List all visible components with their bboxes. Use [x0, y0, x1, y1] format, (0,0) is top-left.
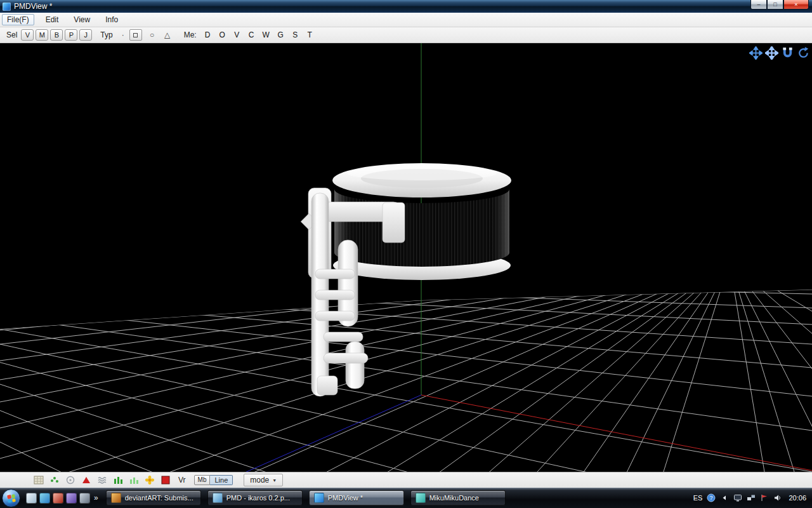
vertex-dots-icon[interactable] — [49, 474, 60, 486]
display-icon[interactable] — [733, 493, 742, 502]
quick-launch-icon-4[interactable] — [66, 493, 77, 504]
magnet-icon[interactable] — [781, 46, 794, 60]
help-icon[interactable]: ? — [707, 493, 716, 502]
typ-label: Typ — [100, 30, 112, 39]
vr-label: Vr — [178, 476, 186, 485]
view-controls — [749, 46, 810, 60]
typ-dot: · — [122, 30, 124, 39]
square-shape-button[interactable] — [129, 29, 142, 41]
sel-button-b[interactable]: B — [50, 29, 63, 41]
network-icon[interactable] — [747, 493, 756, 502]
sel-button-j[interactable]: J — [79, 29, 92, 41]
hidden-icons-chevron[interactable] — [720, 493, 729, 502]
me-button-v[interactable]: V — [230, 30, 244, 39]
flag-icon[interactable] — [760, 493, 769, 502]
me-button-d[interactable]: D — [200, 30, 215, 39]
me-button-g[interactable]: G — [273, 30, 288, 39]
quick-launch-icon-3[interactable] — [53, 493, 63, 504]
menubar: File(F) Edit View Info — [0, 13, 812, 27]
flower-icon[interactable] — [144, 474, 155, 486]
language-indicator[interactable]: ES — [693, 494, 703, 502]
pmd-model[interactable] — [301, 163, 511, 396]
taskbar-task-pmd-editor[interactable]: PMD - ikaros 0.2.p... — [207, 490, 303, 505]
sel-button-p[interactable]: P — [65, 29, 77, 41]
me-button-o[interactable]: O — [215, 30, 230, 39]
quick-launch-icon-2[interactable] — [39, 493, 50, 504]
menu-file[interactable]: File(F) — [2, 14, 34, 25]
pmd-editor-icon — [213, 493, 223, 503]
menu-view[interactable]: View — [67, 14, 97, 25]
move-view-icon[interactable] — [765, 46, 778, 60]
sel-button-m[interactable]: M — [36, 29, 48, 41]
taskbar-task-pmdview[interactable]: PMDView * — [309, 490, 404, 505]
window-controls: – □ × — [750, 0, 809, 10]
svg-text:?: ? — [710, 495, 713, 501]
line-toggle-button[interactable]: Line — [210, 475, 233, 485]
pan-view-icon[interactable] — [749, 46, 763, 60]
deviantart-icon — [111, 493, 121, 503]
red-color-swatch[interactable] — [160, 474, 171, 486]
mb-toggle-button[interactable]: Mb — [194, 475, 211, 485]
triangle-shape-button[interactable]: △ — [161, 30, 174, 39]
grid-icon[interactable] — [33, 474, 44, 486]
bars-icon[interactable] — [112, 474, 124, 486]
mikumikudance-icon — [416, 493, 426, 503]
maximize-button[interactable]: □ — [767, 0, 783, 10]
system-tray: ES ? 20:06 — [693, 493, 812, 502]
windows-logo-icon — [7, 494, 16, 503]
me-button-c[interactable]: C — [244, 30, 259, 39]
start-button[interactable] — [2, 489, 20, 507]
app-icon — [3, 3, 11, 11]
pmdview-icon — [314, 493, 324, 503]
arm-structure — [301, 188, 405, 396]
taskbar-task-deviantart[interactable]: deviantART: Submis... — [106, 490, 201, 505]
chevron-down-icon: ▼ — [272, 478, 277, 483]
quick-launch-overflow-chevron[interactable]: » — [94, 493, 98, 502]
scene-canvas — [0, 43, 812, 472]
z-axis-blue — [244, 395, 421, 472]
titlebar[interactable]: PMDView * – □ × — [0, 0, 812, 13]
wave-icon[interactable] — [96, 474, 108, 486]
pmdview-window: PMDView * – □ × File(F) Edit View Info S… — [0, 0, 812, 508]
me-label: Me: — [184, 30, 197, 39]
menu-info[interactable]: Info — [98, 14, 125, 25]
render-mode-group: Mb Line — [194, 475, 233, 485]
mode-dropdown[interactable]: mode ▼ — [244, 474, 283, 486]
target-icon[interactable] — [65, 474, 76, 486]
windows-taskbar: » deviantART: Submis... PMD - ikaros 0.2… — [0, 488, 812, 508]
rotate-view-icon[interactable] — [797, 46, 810, 60]
mode-label: mode — [250, 476, 269, 485]
floor-grid — [0, 262, 812, 472]
quick-launch-icon-5[interactable] — [79, 493, 90, 504]
taskbar-task-mikumikudance[interactable]: MikuMikuDance — [410, 490, 506, 505]
circle-shape-button[interactable]: ○ — [146, 30, 159, 39]
volume-icon[interactable] — [773, 493, 782, 502]
taskbar-clock[interactable]: 20:06 — [789, 494, 806, 502]
window-title: PMDView * — [14, 2, 52, 11]
quick-launch-icon-1[interactable] — [26, 493, 37, 504]
me-button-w[interactable]: W — [259, 30, 273, 39]
bottom-toolbar: Vr Mb Line mode ▼ — [0, 472, 812, 488]
sel-button-v[interactable]: V — [21, 29, 34, 41]
square-icon — [133, 33, 138, 37]
triangle-icon[interactable] — [81, 474, 92, 486]
sel-label: Sel — [6, 30, 17, 39]
bars-light-icon[interactable] — [128, 474, 140, 486]
me-button-s[interactable]: S — [288, 30, 303, 39]
minimize-button[interactable]: – — [750, 0, 767, 10]
toolbar: Sel V M B P J Typ · ○ △ Me: D O V C W G … — [0, 27, 812, 43]
3d-viewport[interactable] — [0, 43, 812, 472]
menu-edit[interactable]: Edit — [39, 14, 66, 25]
close-button[interactable]: × — [783, 0, 809, 10]
me-button-t[interactable]: T — [303, 30, 317, 39]
